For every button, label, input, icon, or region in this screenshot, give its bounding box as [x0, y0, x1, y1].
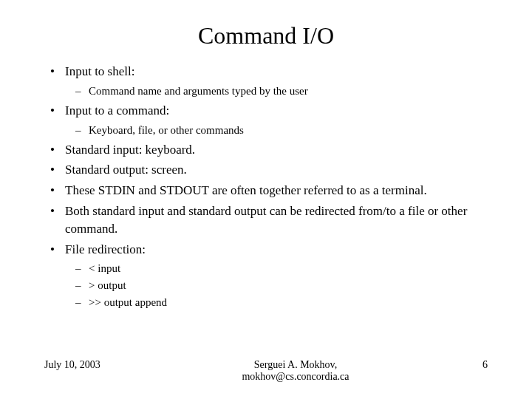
sub-bullet-list: Command name and arguments typed by the … [65, 83, 488, 99]
bullet-item: Standard input: keyboard. [44, 141, 488, 159]
footer-author-name: Serguei A. Mokhov, [148, 359, 443, 371]
footer-date: July 10, 2003 [44, 359, 148, 371]
footer-author-email: mokhov@cs.concordia.ca [148, 371, 443, 383]
sub-bullet-list: Keyboard, file, or other commands [65, 123, 488, 138]
bullet-item: These STDIN and STDOUT are often togethe… [44, 182, 488, 200]
footer-author: Serguei A. Mokhov, mokhov@cs.concordia.c… [148, 359, 443, 383]
sub-bullet-item: > output [65, 278, 488, 293]
sub-bullet-item: Keyboard, file, or other commands [65, 123, 488, 138]
sub-bullet-item: Command name and arguments typed by the … [65, 83, 488, 99]
slide-footer: July 10, 2003 Serguei A. Mokhov, mokhov@… [44, 359, 488, 383]
sub-bullet-list: < input > output >> output append [65, 261, 488, 310]
slide-title: Command I/O [44, 22, 488, 50]
slide-content: Input to shell: Command name and argumen… [44, 63, 488, 310]
bullet-item: Input to shell: Command name and argumen… [44, 63, 488, 99]
bullet-text: Input to shell: [65, 64, 134, 78]
bullet-text: Input to a command: [65, 103, 169, 117]
footer-page-number: 6 [443, 359, 488, 371]
sub-bullet-item: >> output append [65, 295, 488, 310]
bullet-list: Input to shell: Command name and argumen… [44, 63, 488, 310]
bullet-item: Both standard input and standard output … [44, 202, 488, 238]
slide: Command I/O Input to shell: Command name… [0, 0, 532, 399]
bullet-text: File redirection: [65, 242, 146, 256]
bullet-item: Input to a command: Keyboard, file, or o… [44, 102, 488, 138]
bullet-item: Standard output: screen. [44, 161, 488, 179]
sub-bullet-item: < input [65, 261, 488, 276]
bullet-item: File redirection: < input > output >> ou… [44, 241, 488, 311]
